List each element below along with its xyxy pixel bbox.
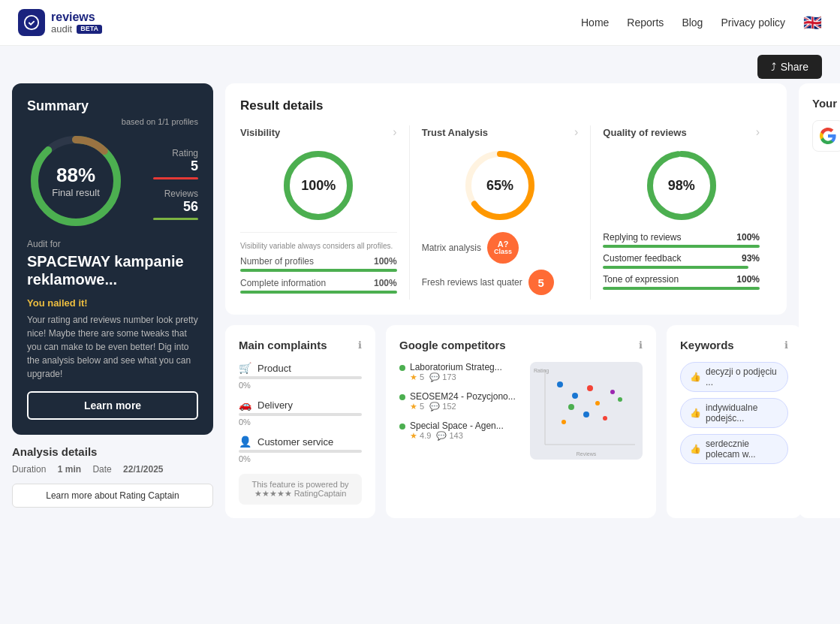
- nav-reports[interactable]: Reports: [627, 17, 664, 29]
- comp2-dot: [399, 394, 405, 400]
- comp2-stats: ★ 5 💬 152: [410, 402, 516, 411]
- product-label: Product: [257, 363, 291, 374]
- profile-item: SPACEWAY kampanie reklamowe Google Ads, …: [812, 120, 840, 182]
- customer-service-label: Customer service: [257, 436, 333, 448]
- competitor-1: Laboratorium Strateg... ★ 5 💬 173: [399, 362, 521, 382]
- visibility-header: Visibility ›: [240, 125, 397, 139]
- product-val: 0%: [239, 381, 362, 390]
- comp3-dot: [399, 424, 405, 430]
- svg-point-0: [25, 16, 38, 29]
- tone-bar: [603, 287, 760, 290]
- learn-more-button[interactable]: Learn more: [27, 391, 198, 420]
- rating-label: Rating: [153, 148, 198, 158]
- profiles-panel: Your profiles SPACEWAY kampanie reklamow…: [799, 83, 840, 518]
- num-profiles-bar: [240, 269, 397, 272]
- svg-point-14: [572, 393, 578, 399]
- comp1-star: ★: [410, 372, 417, 381]
- keywords-title: Keywords: [680, 339, 734, 351]
- duration-label: Duration 1 min: [12, 464, 81, 475]
- customer-service-bar: [239, 450, 362, 453]
- logo-text: reviews audit BETA: [51, 11, 102, 35]
- keywords-info-icon[interactable]: ℹ: [784, 339, 788, 351]
- customer-service-icon: 👤: [239, 436, 251, 448]
- competitors-info-icon[interactable]: ℹ: [639, 339, 643, 351]
- visibility-circle: 100%: [281, 148, 356, 223]
- quality-next-arrow[interactable]: ›: [756, 125, 760, 139]
- trust-header: Trust Analysis ›: [422, 125, 579, 139]
- keyword1-text: decyzji o podjęciu ...: [706, 366, 778, 387]
- keywords-card: Keywords ℹ 👍 decyzji o podjęciu ... 👍 in…: [667, 325, 802, 518]
- powered-text: This feature is powered by: [246, 480, 354, 489]
- tone-label: Tone of expression: [603, 274, 679, 285]
- competitors-title: Google competitors: [399, 339, 506, 351]
- competitors-chart: Rating: [530, 362, 643, 460]
- trust-info: Matrix analysis A? Class Fresh reviews l…: [422, 232, 579, 295]
- num-profiles-item: Number of profiles 100%: [240, 256, 397, 272]
- delivery-icon: 🚗: [239, 399, 251, 411]
- keyword-2: 👍 indywidualne podejśc...: [680, 398, 788, 428]
- rating-captain-button[interactable]: Learn more about Rating Captain: [12, 484, 213, 508]
- keyword3-text: serdecznie polecam w...: [706, 439, 778, 460]
- result-details-card: Result details Visibility › 100%: [225, 83, 787, 315]
- replying-val: 100%: [736, 232, 760, 243]
- profiles-title: Your profiles: [812, 97, 840, 110]
- profile-google-icon: [812, 120, 840, 152]
- logo: reviews audit BETA: [18, 9, 102, 36]
- profiles-card: Your profiles SPACEWAY kampanie reklamow…: [799, 83, 840, 518]
- comp1-name: Laboratorium Strateg...: [410, 362, 502, 372]
- complaint-customer-service: 👤 Customer service 0%: [239, 436, 362, 463]
- svg-point-17: [595, 401, 600, 405]
- complaint-delivery: 🚗 Delivery 0%: [239, 399, 362, 427]
- replying-bar: [603, 245, 760, 248]
- logo-reviews-text: reviews: [51, 11, 102, 24]
- share-button[interactable]: ⤴ Share: [757, 55, 822, 79]
- keyword2-icon: 👍: [690, 408, 701, 418]
- nav-privacy[interactable]: Privacy policy: [721, 17, 785, 29]
- keyword2-text: indywidualne podejśc...: [706, 402, 778, 424]
- complaints-title: Main complaints: [239, 339, 327, 351]
- trust-percent: 65%: [486, 178, 513, 194]
- logo-icon: [18, 9, 45, 36]
- google-competitors-card: Google competitors ℹ Laboratorium Strate…: [386, 325, 656, 518]
- audit-for-label: Audit for: [27, 239, 198, 249]
- matrix-label: Matrix analysis: [422, 243, 481, 253]
- reviews-value: 56: [153, 199, 198, 215]
- fresh-label: Fresh reviews last quater: [422, 277, 522, 288]
- sidebar: Summary based on 1/1 profiles 88% Fin: [12, 83, 213, 518]
- quality-circle: 98%: [644, 148, 719, 223]
- date-label: Date 22/1/2025: [92, 464, 163, 475]
- trust-next-arrow[interactable]: ›: [574, 125, 578, 139]
- svg-point-13: [557, 381, 563, 387]
- logo-audit-text: audit BETA: [51, 24, 102, 35]
- visibility-percent: 100%: [301, 178, 336, 194]
- visibility-next-arrow[interactable]: ›: [393, 125, 396, 139]
- complaints-info-icon[interactable]: ℹ: [358, 339, 362, 351]
- svg-point-21: [618, 397, 622, 402]
- reviews-label: Reviews: [153, 188, 198, 199]
- keyword-3: 👍 serdecznie polecam w...: [680, 434, 788, 464]
- rating-block: Rating 5: [153, 148, 198, 174]
- nav-home[interactable]: Home: [581, 17, 609, 29]
- audit-name: SPACEWAY kampanie reklamowe...: [27, 252, 198, 288]
- comp1-stats: ★ 5 💬 173: [410, 372, 502, 382]
- competitors-header: Google competitors ℹ: [399, 339, 643, 351]
- analysis-details: Analysis details Duration 1 min Date 22/…: [12, 445, 213, 508]
- comp2-review-icon: 💬: [429, 402, 440, 411]
- reviews-block: Reviews 56: [153, 188, 198, 215]
- nav-blog[interactable]: Blog: [682, 17, 703, 29]
- tone-item: Tone of expression 100%: [603, 274, 760, 290]
- complete-info-label: Complete information: [240, 278, 326, 288]
- language-flag[interactable]: 🇬🇧: [803, 14, 822, 32]
- quality-items: Replying to reviews 100% Customer feedba…: [603, 232, 760, 290]
- trust-column: Trust Analysis › 65% Matrix analysis: [410, 125, 592, 300]
- comp3-stats: ★ 4.9 💬 143: [410, 431, 504, 441]
- delivery-bar: [239, 413, 362, 416]
- nailed-it-text: You nailed it!: [27, 297, 198, 309]
- summary-title: Summary: [27, 98, 198, 114]
- complaint-product: 🛒 Product 0%: [239, 362, 362, 390]
- complete-info-bar: [240, 291, 397, 294]
- powered-brand: ★★★★★ RatingCaptain: [246, 489, 354, 499]
- comp2-name: SEOSEM24 - Pozycjono...: [410, 391, 516, 402]
- result-details-title: Result details: [240, 98, 772, 113]
- header: reviews audit BETA Home Reports Blog Pri…: [0, 0, 840, 46]
